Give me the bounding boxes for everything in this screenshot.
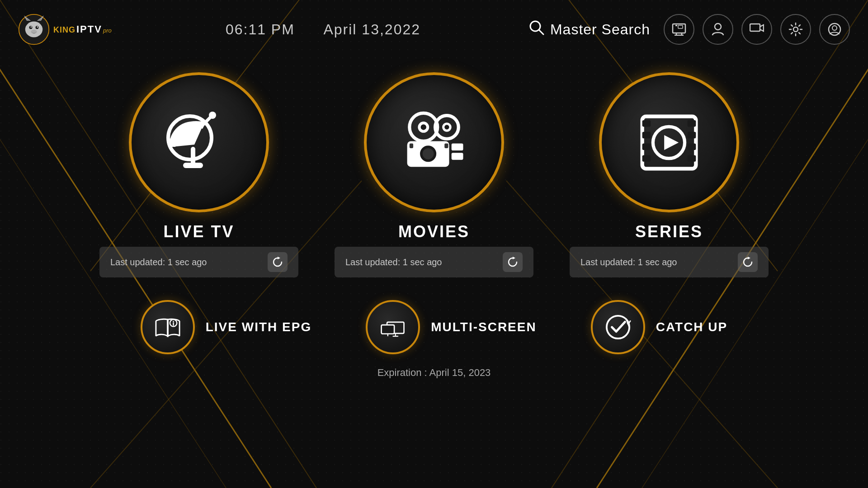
svg-point-22 xyxy=(37,26,38,28)
svg-rect-40 xyxy=(183,163,203,168)
logo-king: KING xyxy=(53,25,75,35)
search-area[interactable]: Master Search xyxy=(528,19,650,39)
nav-settings-button[interactable] xyxy=(780,14,811,45)
svg-rect-64 xyxy=(688,155,696,161)
live-tv-refresh-button[interactable] xyxy=(268,252,288,272)
multi-screen-circle xyxy=(366,300,420,354)
svg-rect-55 xyxy=(444,144,448,148)
svg-rect-52 xyxy=(452,144,463,150)
live-epg-label: LIVE WITH EPG xyxy=(206,320,311,334)
multi-screen-item[interactable]: MULTI-SCREEN xyxy=(366,300,536,354)
svg-rect-32 xyxy=(678,25,683,28)
movies-update: Last updated: 1 sec ago xyxy=(335,247,533,277)
series-title: SERIES xyxy=(635,222,703,241)
live-tv-card[interactable]: LIVE TV Last updated: 1 sec ago xyxy=(99,72,298,277)
svg-point-68 xyxy=(173,321,174,322)
svg-point-75 xyxy=(607,316,629,338)
svg-rect-34 xyxy=(750,24,760,31)
logo-text: KING IPTV pro xyxy=(53,23,112,35)
header: KING IPTV pro 06:11 PM April 13,2022 Mas… xyxy=(0,0,868,59)
catch-up-item[interactable]: CATCH UP xyxy=(591,300,728,354)
time-display: 06:11 PM xyxy=(226,21,295,38)
logo-pro: pro xyxy=(103,27,112,34)
svg-point-33 xyxy=(715,23,721,30)
svg-point-45 xyxy=(421,124,426,130)
main-cards: LIVE TV Last updated: 1 sec ago xyxy=(0,63,868,286)
live-tv-title: LIVE TV xyxy=(163,222,234,241)
svg-point-42 xyxy=(209,112,216,119)
live-epg-circle xyxy=(141,300,195,354)
series-refresh-button[interactable] xyxy=(738,252,758,272)
logo-area: KING IPTV pro xyxy=(18,14,118,45)
nav-screen-button[interactable] xyxy=(741,14,772,45)
multi-screen-label: MULTI-SCREEN xyxy=(431,320,536,334)
svg-rect-60 xyxy=(642,155,651,161)
live-epg-item[interactable]: LIVE WITH EPG xyxy=(141,300,311,354)
logo-iptv: IPTV xyxy=(76,23,102,35)
svg-rect-54 xyxy=(410,144,413,148)
expiration-text: Expiration : April 15, 2023 xyxy=(0,367,868,379)
svg-point-35 xyxy=(793,27,798,32)
svg-rect-58 xyxy=(642,132,651,138)
live-tv-circle xyxy=(129,72,269,212)
series-update-text: Last updated: 1 sec ago xyxy=(580,257,677,267)
svg-rect-39 xyxy=(191,147,195,165)
catch-up-label: CATCH UP xyxy=(656,320,728,334)
nav-profile-button[interactable] xyxy=(819,14,850,45)
live-tv-update: Last updated: 1 sec ago xyxy=(99,247,298,277)
svg-rect-71 xyxy=(382,325,395,334)
svg-line-26 xyxy=(539,30,543,34)
series-card[interactable]: SERIES Last updated: 1 sec ago xyxy=(570,72,769,277)
svg-rect-57 xyxy=(642,120,651,127)
nav-tv-button[interactable] xyxy=(664,14,694,45)
catch-up-circle xyxy=(591,300,645,354)
movies-refresh-button[interactable] xyxy=(503,252,523,272)
svg-marker-66 xyxy=(664,135,679,150)
svg-rect-53 xyxy=(452,153,463,160)
movies-card[interactable]: MOVIES Last updated: 1 sec ago xyxy=(335,72,533,277)
svg-point-48 xyxy=(444,125,449,129)
nav-user-button[interactable] xyxy=(703,14,733,45)
datetime: 06:11 PM April 13,2022 xyxy=(118,21,528,38)
nav-icons xyxy=(664,14,850,45)
svg-rect-59 xyxy=(642,144,651,150)
series-update: Last updated: 1 sec ago xyxy=(570,247,769,277)
svg-rect-63 xyxy=(688,144,696,150)
search-label: Master Search xyxy=(550,21,650,38)
logo-icon xyxy=(18,14,50,45)
svg-rect-62 xyxy=(688,132,696,138)
bottom-row: LIVE WITH EPG MULTI-SCREEN xyxy=(0,300,868,354)
movies-circle xyxy=(364,72,504,212)
svg-point-51 xyxy=(423,148,434,160)
movies-title: MOVIES xyxy=(398,222,470,241)
svg-rect-28 xyxy=(675,25,677,26)
series-circle xyxy=(599,72,739,212)
movies-update-text: Last updated: 1 sec ago xyxy=(345,257,442,267)
svg-point-18 xyxy=(25,22,43,38)
svg-point-37 xyxy=(832,26,837,30)
search-icon xyxy=(528,19,545,39)
date-display: April 13,2022 xyxy=(323,21,420,38)
live-tv-update-text: Last updated: 1 sec ago xyxy=(110,257,207,267)
svg-point-21 xyxy=(31,26,32,28)
svg-rect-61 xyxy=(688,120,696,127)
